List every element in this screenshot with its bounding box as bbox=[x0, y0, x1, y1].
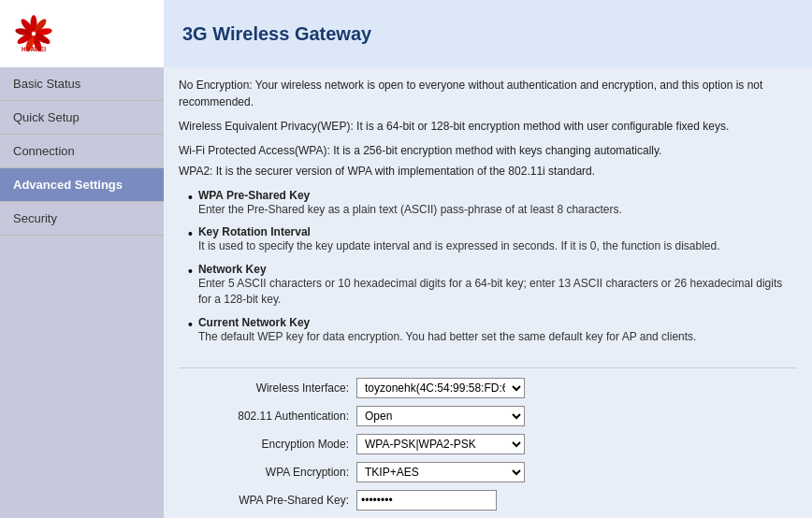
form-row-wpa-encryption: WPA Encryption:TKIPAESTKIP+AES bbox=[179, 462, 797, 482]
wep-text: Wireless Equivalent Privacy(WEP): It is … bbox=[179, 118, 797, 135]
bullet-title: Network Key bbox=[198, 263, 797, 276]
form-label-wpa-encryption: WPA Encryption: bbox=[179, 466, 356, 479]
svg-text:HUAWEI: HUAWEI bbox=[22, 46, 46, 52]
bullet-item-0: • WPA Pre-Shared Key Enter the Pre-Share… bbox=[188, 189, 797, 218]
wpa-text: Wi-Fi Protected Access(WPA): It is a 256… bbox=[179, 142, 797, 159]
bullet-content: Network Key Enter 5 ASCII characters or … bbox=[198, 263, 797, 309]
form-row-auth-mode: 802.11 Authentication:OpenSharedAuto bbox=[179, 406, 797, 426]
select-encryption-mode[interactable]: NoneWEPWPA-PSK|WPA2-PSK bbox=[356, 434, 525, 454]
input-wpa-psk[interactable] bbox=[356, 490, 497, 511]
bullet-dot: • bbox=[188, 225, 193, 244]
bullet-desc: It is used to specify the key update int… bbox=[198, 238, 720, 254]
bullet-dot: • bbox=[188, 316, 193, 335]
sidebar-item-connection[interactable]: Connection bbox=[0, 135, 164, 168]
bullet-dot: • bbox=[188, 263, 193, 281]
bullet-content: WPA Pre-Shared Key Enter the Pre-Shared … bbox=[198, 189, 622, 218]
form-section: Wireless Interface:toyzonehk(4C:54:99:58… bbox=[179, 367, 797, 518]
form-label-wireless-interface: Wireless Interface: bbox=[179, 381, 356, 395]
bullet-desc: Enter the Pre-Shared key as a plain text… bbox=[198, 202, 622, 218]
form-row-encryption-mode: Encryption Mode:NoneWEPWPA-PSK|WPA2-PSK bbox=[179, 434, 797, 454]
bullet-list: • WPA Pre-Shared Key Enter the Pre-Share… bbox=[188, 189, 797, 353]
select-wpa-encryption[interactable]: TKIPAESTKIP+AES bbox=[356, 462, 525, 482]
bullet-title: WPA Pre-Shared Key bbox=[198, 189, 622, 202]
sidebar-item-quick-setup[interactable]: Quick Setup bbox=[0, 101, 164, 135]
content-area: No Encryption: Your wireless network is … bbox=[164, 67, 812, 518]
bullet-item-3: • Current Network Key The default WEP ke… bbox=[188, 316, 797, 345]
huawei-logo: HUAWEI bbox=[9, 10, 58, 57]
bullet-desc: The default WEP key for data encryption.… bbox=[198, 329, 697, 345]
sidebar: Basic Status Quick Setup Connection Adva… bbox=[0, 67, 164, 518]
sidebar-item-basic-status[interactable]: Basic Status bbox=[0, 67, 164, 101]
page-title: 3G Wireless Gateway bbox=[164, 0, 812, 67]
sidebar-item-advanced-settings[interactable]: Advanced Settings bbox=[0, 168, 164, 202]
intro-text: No Encryption: Your wireless network is … bbox=[179, 77, 797, 110]
bullet-content: Current Network Key The default WEP key … bbox=[198, 316, 697, 345]
wpa2-text: WPA2: It is the securer version of WPA w… bbox=[179, 163, 797, 180]
bullet-item-1: • Key Rotation Interval It is used to sp… bbox=[188, 225, 797, 254]
bullet-desc: Enter 5 ASCII characters or 10 hexadecim… bbox=[198, 276, 797, 309]
bullet-title: Current Network Key bbox=[198, 316, 697, 329]
bullet-item-2: • Network Key Enter 5 ASCII characters o… bbox=[188, 263, 797, 309]
form-label-auth-mode: 802.11 Authentication: bbox=[179, 410, 356, 423]
sidebar-item-security[interactable]: Security bbox=[0, 202, 164, 236]
bullet-title: Key Rotation Interval bbox=[198, 225, 720, 238]
bullet-content: Key Rotation Interval It is used to spec… bbox=[198, 225, 720, 254]
form-row-wpa-psk: WPA Pre-Shared Key: bbox=[179, 490, 797, 511]
form-label-encryption-mode: Encryption Mode: bbox=[179, 438, 356, 451]
form-row-wireless-interface: Wireless Interface:toyzonehk(4C:54:99:58… bbox=[179, 378, 797, 398]
form-label-wpa-psk: WPA Pre-Shared Key: bbox=[179, 494, 356, 507]
bullet-dot: • bbox=[188, 189, 193, 208]
select-auth-mode[interactable]: OpenSharedAuto bbox=[356, 406, 525, 426]
select-wireless-interface[interactable]: toyzonehk(4C:54:99:58:FD:6A) bbox=[356, 378, 525, 398]
